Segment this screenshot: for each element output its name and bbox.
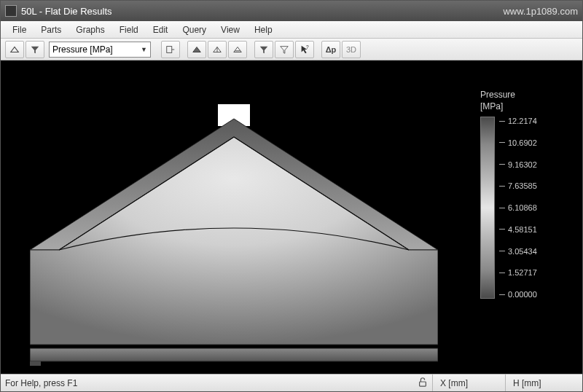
chevron-down-icon: ▼ [141,46,147,53]
filter-button-1[interactable] [26,41,44,58]
manifold-region [30,137,438,345]
field-select-value: Pressure [MPa] [52,44,113,55]
watermark-text: www.1p1089.com [503,6,578,17]
menu-help[interactable]: Help [247,23,280,37]
menubar: File Parts Graphs Field Edit Query View … [1,21,582,39]
detail-icon [165,44,176,55]
die-visualization [30,104,438,374]
window-title: 50L - Flat Die Results [21,6,503,17]
app-icon [5,5,17,17]
section-icon [232,44,243,55]
menu-file[interactable]: File [5,23,34,37]
geometry-icon [9,44,20,55]
menu-query[interactable]: Query [175,23,214,37]
status-x-label: X [mm] [440,378,468,388]
legend-tick: 1.52717 [499,268,537,277]
delta-p-button[interactable]: Δp [321,41,340,58]
section-icon [212,44,222,55]
field-select[interactable]: Pressure [MPa] ▼ [49,42,151,58]
toolbar: Pressure [MPa] ▼ ? Δp 3D [1,39,582,60]
viewport[interactable]: Pressure [MPa] 12.2174 10.6902 9.16302 7… [1,60,582,374]
pointer-help-icon: ? [300,44,310,55]
pressure-plot [30,104,438,374]
legend-tick: 4.58151 [499,225,537,234]
filter-button-3[interactable] [275,41,294,58]
legend-tick: 3.05434 [499,247,537,256]
legend-tick: 7.63585 [499,181,537,190]
legend-colorbar [480,117,495,299]
legend-tick: 0.00000 [499,290,537,299]
app-window: 50L - Flat Die Results www.1p1089.com Fi… [0,0,583,392]
status-h-label: H [mm] [513,378,541,388]
legend-unit: [MPa] [480,101,503,111]
detail-button[interactable] [161,41,180,58]
menu-edit[interactable]: Edit [146,23,176,37]
color-legend: Pressure [MPa] 12.2174 10.6902 9.16302 7… [480,90,560,299]
legend-tick: 9.16302 [499,160,537,169]
menu-field[interactable]: Field [112,23,146,37]
legend-tick: 10.6902 [499,138,537,147]
statusbar: For Help, press F1 X [mm] H [mm] [1,374,582,391]
funnel-icon [30,44,40,55]
3d-label: 3D [346,45,356,54]
titlebar: 50L - Flat Die Results www.1p1089.com [1,1,582,21]
menu-graphs[interactable]: Graphs [69,23,111,37]
geometry-view-button[interactable] [5,41,24,58]
filter-button-2[interactable] [254,41,273,58]
whatsthis-button[interactable]: ? [295,41,314,58]
section-button-2[interactable] [208,41,227,58]
status-h-cell: H [mm] [505,375,578,391]
funnel-icon [259,44,269,55]
menu-parts[interactable]: Parts [34,23,69,37]
legend-ticks: 12.2174 10.6902 9.16302 7.63585 6.10868 … [499,117,537,299]
3d-button[interactable]: 3D [342,41,361,58]
svg-rect-0 [167,46,172,52]
land-region [30,348,438,361]
legend-field-name: Pressure [480,90,515,100]
section-button-1[interactable] [187,41,206,58]
svg-rect-4 [420,382,426,386]
section-icon [192,44,202,55]
legend-title: Pressure [MPa] [480,90,560,112]
delta-p-label: Δp [326,45,337,54]
funnel-icon [279,44,289,55]
legend-tick: 6.10868 [499,203,537,212]
legend-tick: 12.2174 [499,117,537,125]
section-button-3[interactable] [228,41,247,58]
menu-view[interactable]: View [214,23,247,37]
status-help-text: For Help, press F1 [5,378,413,388]
svg-text:?: ? [306,44,309,50]
origin-mark [30,361,41,366]
unlock-icon[interactable] [413,377,432,389]
status-x-cell: X [mm] [432,375,505,391]
